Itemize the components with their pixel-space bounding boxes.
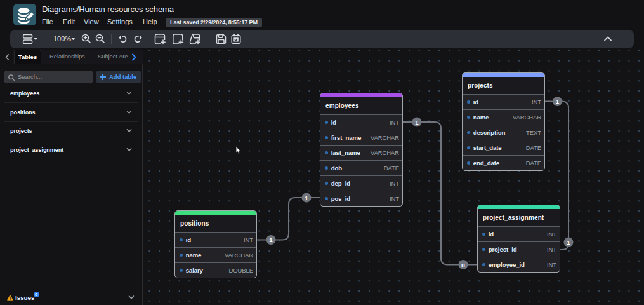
svg-text:1: 1 [305,194,308,201]
svg-text:1: 1 [567,239,570,246]
svg-text:1: 1 [556,98,560,105]
svg-text:n: n [461,261,465,268]
svg-text:1: 1 [415,119,419,126]
svg-text:1: 1 [269,236,273,243]
